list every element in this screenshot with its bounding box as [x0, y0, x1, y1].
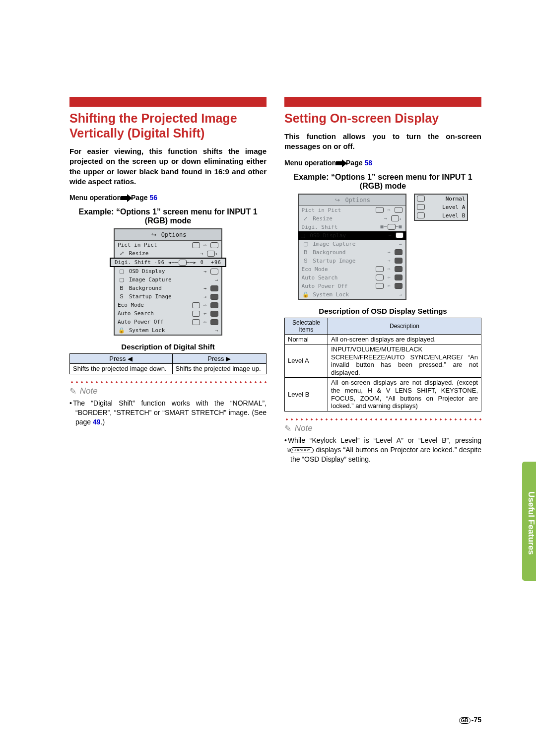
- menu-item: Background: [129, 285, 162, 291]
- shift-max: +96: [211, 260, 221, 265]
- page-link-56[interactable]: 56: [149, 194, 157, 202]
- section-divider-bar: [69, 97, 267, 107]
- example-heading-left: Example: “Options 1” screen menu for INP…: [69, 207, 267, 225]
- menu-item: Startup Image: [313, 258, 355, 264]
- note-label: ✎ Note: [69, 386, 267, 397]
- osd-row-desc: All on-screen displays are displayed.: [328, 334, 481, 344]
- menu-op-label: Menu operation: [69, 194, 121, 202]
- menu-item: Eco Mode: [302, 266, 328, 273]
- menu-item: Image Capture: [313, 241, 355, 247]
- radio-icon: [417, 212, 425, 218]
- shift-table-cell-left: Shifts the projected image down.: [70, 364, 173, 374]
- menu-item: Digi. Shift: [115, 259, 151, 266]
- callout-item: Level A: [442, 204, 465, 210]
- note-label: ✎ Note: [284, 423, 481, 434]
- section-title-osd: Setting On-screen Display: [284, 111, 481, 126]
- menu-item: Image Capture: [129, 276, 172, 283]
- menu-item: Auto Power Off: [302, 283, 348, 289]
- page-link-58[interactable]: 58: [364, 159, 372, 167]
- menu-item: Resize: [313, 215, 333, 222]
- shift-min: -96: [154, 260, 165, 265]
- menu-item: Startup Image: [129, 293, 172, 300]
- digital-shift-intro: For easier viewing, this function shifts…: [69, 146, 267, 187]
- menu-item: Resize: [129, 250, 149, 257]
- osd-intro: This function allows you to turn the on-…: [284, 132, 481, 152]
- menu-op-page-label: Page: [131, 194, 147, 202]
- shift-table-head-right: Press ▶: [172, 354, 267, 364]
- osd-table-head-desc: Description: [328, 318, 481, 334]
- shift-table-cell-right: Shifts the projected image up.: [172, 364, 267, 374]
- osd-row-desc: All on-screen displays are not displayed…: [328, 378, 481, 411]
- osd-settings-table: Selectable items Description Normal All …: [284, 318, 481, 412]
- pencil-icon: ✎: [69, 386, 76, 397]
- osd-row-desc: INPUT/VOLUME/MUTE/BLACK SCREEN/FREEZE/AU…: [328, 344, 481, 378]
- callout-item: Normal: [446, 196, 466, 202]
- menu-item: OSD Display: [310, 232, 346, 239]
- page-link-49[interactable]: 49: [93, 418, 101, 426]
- example-heading-right: Example: “Options 1” screen menu for INP…: [284, 173, 481, 191]
- radio-icon: [417, 204, 425, 210]
- osd-desc-heading: Description of OSD Display Settings: [284, 307, 481, 315]
- osd-row-sel: Level B: [285, 378, 328, 411]
- menu-item: OSD Display: [129, 268, 165, 275]
- radio-icon: [417, 196, 425, 202]
- side-tab-useful-features: Useful Features: [522, 462, 536, 581]
- digital-shift-desc-heading: Description of Digital Shift: [69, 343, 267, 351]
- menu-item: Auto Power Off: [118, 319, 164, 325]
- menu-operation-ref: Menu operation Page 56: [69, 194, 267, 202]
- osd-display-row-selected: ▢ OSD Display→: [298, 231, 406, 240]
- menu-item: Pict in Pict: [302, 207, 341, 213]
- menu-item: System Lock: [129, 327, 165, 334]
- options-menu-right: ↪ Options Pict in Pict ⇨ ⤢ Resize→ ₁ Dig…: [298, 194, 406, 300]
- menu-item: Pict in Pict: [118, 242, 157, 248]
- menu-item: Auto Search: [302, 275, 338, 281]
- menu-operation-ref-right: Menu operation Page 58: [284, 159, 481, 167]
- standby-button-icon: ⓞ STANDBY: [290, 447, 314, 453]
- menu-header: Options: [345, 197, 370, 204]
- osd-table-head-sel: Selectable items: [285, 318, 328, 334]
- note-divider-dots: [69, 381, 267, 383]
- osd-options-callout: Normal Level A Level B: [414, 194, 468, 221]
- note-body-left: •The “Digital Shift” function works with…: [69, 399, 267, 427]
- menu-header: Options: [161, 231, 187, 238]
- note-body-right: •While “Keylock Level” is “Level A” or “…: [284, 436, 481, 464]
- menu-item: Background: [313, 249, 345, 256]
- page-num-prefix: GB: [459, 717, 470, 724]
- menu-item: Auto Search: [118, 310, 154, 317]
- page-num-value: -75: [471, 716, 481, 724]
- section-divider-bar: [284, 97, 481, 107]
- shift-table-head-left: Press ◀: [70, 354, 173, 364]
- section-title-digital-shift: Shifting the Projected Image Vertically …: [69, 111, 267, 140]
- digital-shift-table: Press ◀ Press ▶ Shifts the projected ima…: [69, 353, 267, 374]
- options-menu-left: ↪ Options Pict in Pict ⇨ ⤢ Resize→ ₁ Dig…: [114, 228, 222, 336]
- menu-item: Eco Mode: [118, 302, 144, 308]
- digi-shift-row-selected: Digi. Shift -96 ◄────► 0 +96: [110, 258, 226, 267]
- osd-row-sel: Level A: [285, 344, 328, 378]
- callout-item: Level B: [442, 212, 465, 219]
- menu-item: Digi. Shift: [302, 224, 338, 230]
- menu-op-label: Menu operation: [284, 159, 336, 167]
- osd-row-sel: Normal: [285, 334, 328, 344]
- page-number: GB-75: [459, 716, 481, 724]
- pencil-icon: ✎: [284, 423, 291, 434]
- menu-op-page-label: Page: [346, 159, 362, 167]
- menu-item: System Lock: [313, 291, 349, 298]
- shift-val: 0: [201, 260, 204, 265]
- note-divider-dots: [284, 418, 481, 420]
